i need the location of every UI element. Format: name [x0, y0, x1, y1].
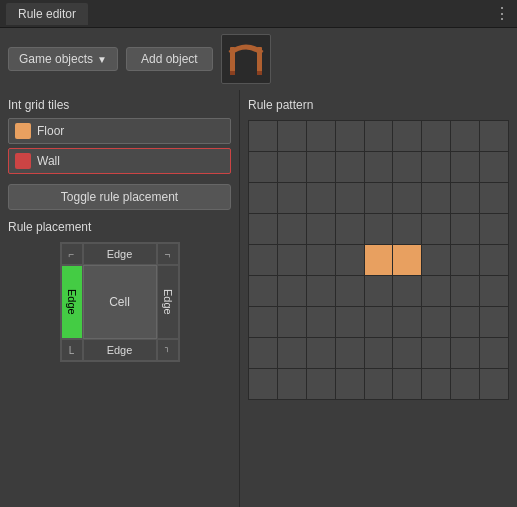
- grid-cell[interactable]: [249, 307, 277, 337]
- grid-cell[interactable]: [307, 369, 335, 399]
- grid-cell[interactable]: [249, 121, 277, 151]
- grid-cell[interactable]: [307, 214, 335, 244]
- grid-cell[interactable]: [422, 276, 450, 306]
- grid-cell[interactable]: [307, 276, 335, 306]
- grid-cell[interactable]: [278, 183, 306, 213]
- grid-cell[interactable]: [365, 276, 393, 306]
- grid-cell[interactable]: [336, 338, 364, 368]
- grid-cell[interactable]: [451, 214, 479, 244]
- tile-item-floor[interactable]: Floor: [8, 118, 231, 144]
- main-layout: Int grid tiles Floor Wall Toggle rule pl…: [0, 90, 517, 507]
- grid-cell[interactable]: [336, 183, 364, 213]
- grid-cell[interactable]: [278, 307, 306, 337]
- grid-cell[interactable]: [249, 152, 277, 182]
- grid-cell[interactable]: [393, 276, 421, 306]
- grid-cell[interactable]: [307, 121, 335, 151]
- grid-cell[interactable]: [422, 307, 450, 337]
- grid-cell[interactable]: [422, 121, 450, 151]
- grid-cell[interactable]: [278, 369, 306, 399]
- grid-cell[interactable]: [393, 369, 421, 399]
- grid-cell[interactable]: [393, 183, 421, 213]
- grid-cell[interactable]: [393, 245, 421, 275]
- grid-cell[interactable]: [451, 338, 479, 368]
- grid-cell[interactable]: [480, 338, 508, 368]
- grid-cell[interactable]: [422, 245, 450, 275]
- wall-color-swatch: [15, 153, 31, 169]
- grid-cell[interactable]: [365, 121, 393, 151]
- grid-cell[interactable]: [307, 307, 335, 337]
- grid-cell[interactable]: [480, 214, 508, 244]
- grid-cell[interactable]: [307, 338, 335, 368]
- grid-cell[interactable]: [278, 245, 306, 275]
- grid-cell[interactable]: [451, 369, 479, 399]
- grid-cell[interactable]: [393, 214, 421, 244]
- grid-cell[interactable]: [451, 307, 479, 337]
- grid-cell[interactable]: [480, 369, 508, 399]
- grid-cell[interactable]: [365, 214, 393, 244]
- cell-center[interactable]: Cell: [83, 265, 157, 339]
- grid-cell[interactable]: [393, 121, 421, 151]
- grid-cell[interactable]: [336, 152, 364, 182]
- grid-cell[interactable]: [336, 369, 364, 399]
- rule-pattern-title: Rule pattern: [248, 98, 509, 112]
- grid-cell[interactable]: [249, 245, 277, 275]
- grid-cell[interactable]: [480, 307, 508, 337]
- add-object-button[interactable]: Add object: [126, 47, 213, 71]
- grid-cell[interactable]: [451, 245, 479, 275]
- tab-menu-icon[interactable]: ⋮: [494, 4, 511, 23]
- grid-cell[interactable]: [278, 338, 306, 368]
- grid-cell[interactable]: [336, 307, 364, 337]
- grid-cell[interactable]: [365, 338, 393, 368]
- grid-cell[interactable]: [393, 338, 421, 368]
- grid-cell[interactable]: [422, 214, 450, 244]
- edge-top[interactable]: Edge: [83, 243, 157, 265]
- grid-cell[interactable]: [480, 245, 508, 275]
- grid-cell[interactable]: [365, 307, 393, 337]
- toggle-rule-placement-button[interactable]: Toggle rule placement: [8, 184, 231, 210]
- grid-cell[interactable]: [249, 369, 277, 399]
- grid-cell[interactable]: [336, 121, 364, 151]
- int-grid-title: Int grid tiles: [8, 98, 231, 112]
- tab-label[interactable]: Rule editor: [6, 3, 88, 25]
- left-panel: Int grid tiles Floor Wall Toggle rule pl…: [0, 90, 240, 507]
- grid-cell[interactable]: [336, 214, 364, 244]
- grid-cell[interactable]: [249, 338, 277, 368]
- grid-cell[interactable]: [249, 276, 277, 306]
- grid-cell[interactable]: [365, 245, 393, 275]
- grid-cell[interactable]: [480, 152, 508, 182]
- grid-cell[interactable]: [422, 369, 450, 399]
- grid-cell[interactable]: [451, 152, 479, 182]
- grid-cell[interactable]: [480, 121, 508, 151]
- grid-cell[interactable]: [336, 245, 364, 275]
- grid-cell[interactable]: [278, 214, 306, 244]
- grid-cell[interactable]: [451, 183, 479, 213]
- edge-left[interactable]: Edge: [61, 265, 83, 339]
- corner-tr: ¬: [157, 243, 179, 265]
- grid-cell[interactable]: [422, 152, 450, 182]
- grid-cell[interactable]: [336, 276, 364, 306]
- grid-cell[interactable]: [393, 307, 421, 337]
- game-objects-button[interactable]: Game objects ▼: [8, 47, 118, 71]
- grid-cell[interactable]: [278, 121, 306, 151]
- grid-cell[interactable]: [451, 276, 479, 306]
- tile-item-wall[interactable]: Wall: [8, 148, 231, 174]
- grid-cell[interactable]: [422, 338, 450, 368]
- grid-cell[interactable]: [480, 276, 508, 306]
- edge-bottom[interactable]: Edge: [83, 339, 157, 361]
- grid-cell[interactable]: [307, 152, 335, 182]
- grid-cell[interactable]: [249, 214, 277, 244]
- grid-cell[interactable]: [480, 183, 508, 213]
- grid-cell[interactable]: [278, 152, 306, 182]
- grid-cell[interactable]: [278, 276, 306, 306]
- grid-cell[interactable]: [451, 121, 479, 151]
- grid-cell[interactable]: [365, 152, 393, 182]
- grid-cell[interactable]: [422, 183, 450, 213]
- grid-cell[interactable]: [365, 369, 393, 399]
- grid-cell[interactable]: [249, 183, 277, 213]
- grid-cell[interactable]: [393, 152, 421, 182]
- grid-cell[interactable]: [365, 183, 393, 213]
- edge-right[interactable]: Edge: [157, 265, 179, 339]
- rule-pattern-grid: [248, 120, 509, 400]
- grid-cell[interactable]: [307, 183, 335, 213]
- grid-cell[interactable]: [307, 245, 335, 275]
